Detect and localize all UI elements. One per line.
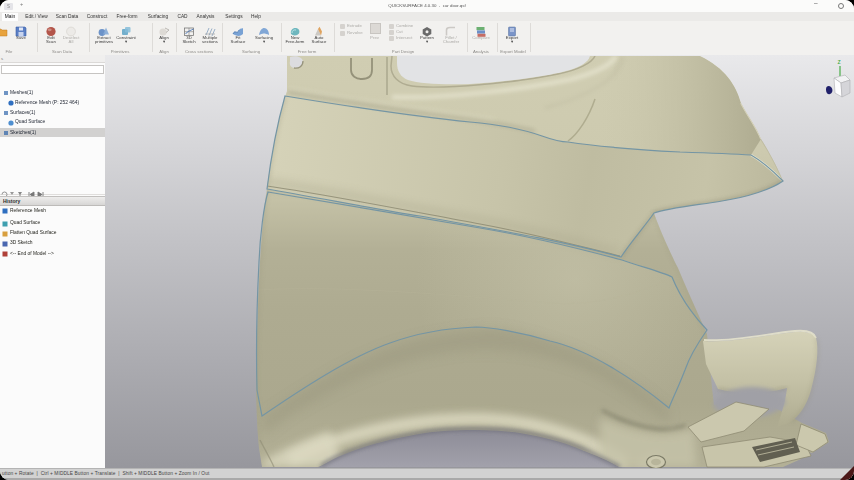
svg-text:z: z [838,58,841,65]
